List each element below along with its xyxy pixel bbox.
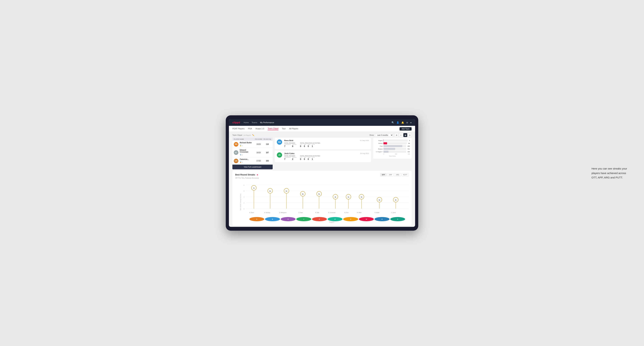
badge-icon: 🥈 [240,154,242,156]
left-panel: PLAYER NAME PB SCORE PB AVG SQ RB Richar… [232,138,273,169]
bar-fill [384,145,402,147]
practice-activities: Total Practice Activities OTT 0 APP 0 [300,142,320,148]
col-name-header: PLAYER NAME [234,138,254,140]
svg-text:M. Miller: M. Miller [357,212,362,213]
view-icons: ⊞ ≡ ▦ ⊟ [394,133,412,137]
bar-chart: Eagles 3 Birdies 96 [375,140,410,153]
filter-arg[interactable]: ARG [394,173,401,176]
player-row[interactable]: RB Richard Butler 🥇 1 19/20 110 [232,141,273,148]
bar-label: Birdies [375,143,383,144]
card-info: Josh Coles 26 Aug 2023 Total Rounds Tour… [284,152,369,161]
player-avatar: D [281,217,296,221]
subnav: PGAT Players PGA Hcaps 1-5 Team Clippd T… [229,126,415,132]
svg-text:3x: 3x [379,199,380,201]
team-info: Team Clippd 14 Players ✏️ [232,134,254,136]
badge-num: 2 [242,154,242,156]
bell-icon[interactable]: 🔔 [401,121,404,124]
add-team-button[interactable]: Add Team [400,127,412,131]
arg-stat: ARG 0 [308,157,310,161]
list-view-btn[interactable]: ≡ [399,133,403,137]
y-axis-container: Best Streak, Fairway Accuracy [235,181,246,223]
player-avatar: E [328,217,342,221]
svg-text:4x: 4x [348,196,349,198]
avatar: RB [234,142,238,147]
streaks-title: Best Round Streaks ◄ [235,173,258,176]
card-info: Rees Britt 02 Sep 2023 Total Rounds Tour… [284,140,369,148]
navbar-right: 🔍 👤 🔔 ⊕ ● [392,121,412,124]
player-avatar: R [374,217,390,221]
tablet-frame: clippd Home Teams My Performance 🔍 👤 🔔 ⊕… [226,115,418,231]
bar-value: 311 [408,148,410,150]
callout-annotation: Here you can see streaks your players ha… [592,166,630,180]
circle-plus-icon[interactable]: ⊕ [406,121,408,124]
card-view-btn[interactable]: ▦ [404,133,407,137]
players-label: Players [246,221,409,223]
bar-fill [384,151,388,153]
tab-team-clippd[interactable]: Team Clippd [268,127,278,130]
view-leaderboard-button[interactable]: View Full Leaderboard [232,165,273,169]
streak-chart-container: Best Streak, Fairway Accuracy 0 2 4 [235,181,409,223]
person-icon[interactable]: 👤 [396,121,399,124]
edit-icon[interactable]: ✏️ [252,134,254,136]
search-icon[interactable]: 🔍 [392,121,394,124]
nav-teams[interactable]: Teams [252,121,257,124]
tab-hcaps[interactable]: Hcaps 1-5 [256,128,264,130]
tab-tour[interactable]: Tour [282,128,286,130]
table-view-btn[interactable]: ⊟ [408,133,412,137]
putt-stat: PUTT 1 [312,157,315,161]
player-avatar: R [312,217,327,221]
player-score: 19/20 [254,143,264,145]
svg-text:4x: 4x [334,196,336,198]
svg-text:6x: 6x [269,190,271,192]
app-stat: APP 0 [304,144,306,148]
player-row[interactable]: EC Edward Crossman 🥈 2 18/20 107 [232,148,273,157]
chart-card: Eagles 3 Birdies 96 [373,138,412,159]
badge-icon: 🥇 [240,145,242,147]
bar-row: Birdies 96 [375,142,410,144]
player-score: 17/20 [254,160,264,162]
avatar-icon[interactable]: ● [410,121,412,124]
chart-xaxis: 0 200 400 [375,154,410,155]
filter-ott[interactable]: OTT [380,173,386,176]
bar-label: Pars [375,145,383,147]
bar-track [384,142,407,144]
tab-pgat-players[interactable]: PGAT Players [232,128,244,130]
col-avg-header: PB AVG SQ [264,138,271,140]
bar-value: 499 [408,145,410,147]
bar-row: Pars 499 [375,145,410,147]
svg-text:6x: 6x [286,190,287,192]
player-score: 18/20 [254,152,264,154]
player-avatar: E [249,217,264,221]
tab-pga[interactable]: PGA [248,128,252,130]
bar-value: 3 [409,140,410,141]
nav-my-performance[interactable]: My Performance [260,121,274,124]
tab-all-players[interactable]: All Players [289,128,298,130]
player-row[interactable]: CA Cameron... 🥉 3 17/20 103 [232,157,273,165]
putt-stat: PUTT 1 [312,144,315,148]
show-select[interactable]: Last 3 months Last 6 months Last 12 mont… [375,134,393,137]
nav-home[interactable]: Home [244,121,249,124]
player-badge: 🥉 3 [240,162,242,163]
practice-label: Total Practice Activities [300,155,320,157]
filter-app[interactable]: APP [387,173,394,176]
card-avatar: RB [277,140,282,145]
svg-text:4x: 4x [361,196,362,198]
player-avatar: C [390,217,405,221]
practice-label: Total Practice Activities [300,142,320,144]
svg-text:J. Coles: J. Coles [298,212,303,213]
rounds-block: Total Rounds Tournament 7 Practice 2 [284,155,296,161]
player-avatar: B [343,217,358,221]
grid-view-btn[interactable]: ⊞ [394,133,398,137]
svg-text:5x: 5x [318,193,320,195]
filter-putt[interactable]: PUTT [402,173,409,176]
avatars-row: E B D J R E B M R C [246,217,409,221]
avatar: EC [234,150,238,155]
svg-text:2: 2 [244,202,244,204]
avatar: CA [234,159,238,163]
x-label-1: 200 [395,154,397,155]
player-avatar: M [359,217,374,221]
svg-text:E. Crossman: E. Crossman [328,212,336,213]
player-table-header: PLAYER NAME PB SCORE PB AVG SQ [232,138,273,141]
svg-text:R. Britt: R. Britt [315,212,319,213]
tablet-screen: clippd Home Teams My Performance 🔍 👤 🔔 ⊕… [229,119,415,227]
